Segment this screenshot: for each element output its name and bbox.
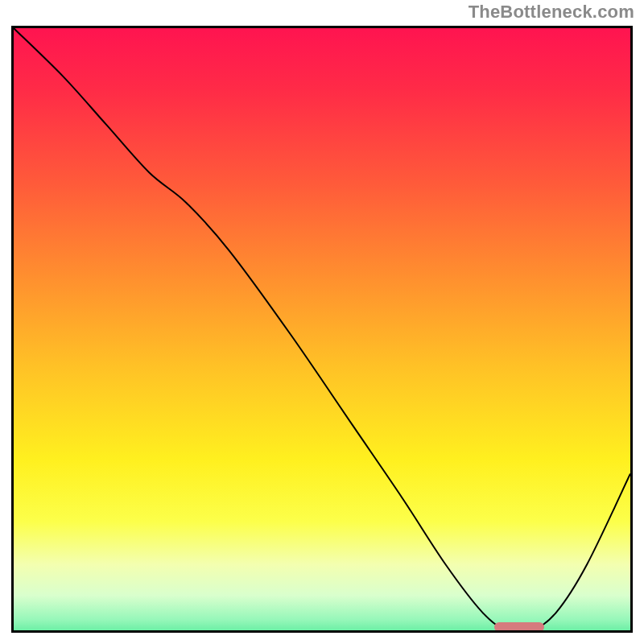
plot-frame [11, 26, 633, 633]
bottleneck-curve [14, 28, 630, 630]
chart-container: TheBottleneck.com [0, 0, 644, 644]
optimal-range-marker [494, 622, 543, 632]
watermark-text: TheBottleneck.com [469, 2, 634, 23]
